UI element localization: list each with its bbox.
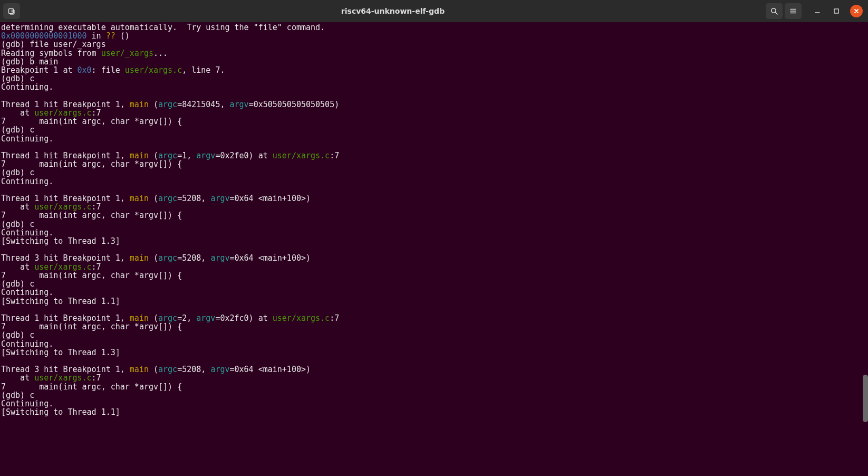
terminal-line: (gdb) c [1,74,867,83]
terminal-text: argv [196,151,215,160]
terminal-line: at user/xargs.c:7 [1,109,867,117]
terminal-line: [Switching to Thread 1.3] [1,237,867,245]
terminal-line: 7 main(int argc, char *argv[]) { [1,322,867,331]
terminal-line: [Switching to Thread 1.3] [1,348,867,357]
terminal-text: argv [210,253,229,263]
new-tab-button[interactable] [3,3,20,19]
terminal-text: [Switching to Thread 1.3] [1,236,120,246]
terminal-text: () [115,31,130,41]
hamburger-icon [789,7,797,15]
terminal-text: , line 7. [182,65,225,75]
terminal-text: [Switching to Thread 1.1] [1,297,120,306]
terminal-text: user/xargs.c [125,65,182,75]
terminal-text: argc [158,100,177,109]
terminal-text: ( [149,365,158,374]
close-button[interactable] [850,5,863,17]
terminal-line: Thread 1 hit Breakpoint 1, main (argc=2,… [1,314,867,322]
terminal-text: ( [149,100,158,109]
close-icon [853,8,860,14]
window-title: riscv64-unknown-elf-gdb [22,7,764,15]
terminal-line: at user/xargs.c:7 [1,203,867,211]
terminal-text: Continuing. [1,82,53,92]
terminal-line: (gdb) c [1,391,867,399]
terminal-text: =0x64 <main+100>) [230,253,311,263]
terminal-text: ?? [106,31,115,41]
terminal-text: argc [158,194,177,203]
terminal-text: =84215045, [177,100,229,109]
terminal-text: :7 [330,151,339,160]
terminal-text: argv [230,100,249,109]
terminal-text: =5208, [177,194,210,203]
terminal-text: =5208, [177,253,210,263]
terminal-text: ( [149,194,158,203]
terminal-text: :7 [330,313,339,323]
terminal-line [1,186,867,194]
new-tab-icon [7,7,16,15]
terminal-line [1,245,867,254]
terminal-line [1,92,867,100]
terminal-text: argv [210,194,229,203]
terminal-text: Continuing. [1,177,53,186]
terminal-text: user/xargs.c [273,313,330,323]
terminal-line: Continuing. [1,135,867,143]
terminal-line [1,143,867,151]
terminal-line: 7 main(int argc, char *argv[]) { [1,271,867,280]
terminal-text: main [130,194,149,203]
terminal-text: =0x2fc0) at [215,313,272,323]
terminal-line: Thread 3 hit Breakpoint 1, main (argc=52… [1,365,867,374]
terminal-text: [Switching to Thread 1.3] [1,348,120,357]
terminal-line: 7 main(int argc, char *argv[]) { [1,383,867,391]
terminal-text: ( [149,253,158,263]
terminal-text: =0x2fe0) at [215,151,272,160]
search-icon [770,7,778,15]
terminal-line: 7 main(int argc, char *argv[]) { [1,160,867,168]
terminal-line: Continuing. [1,177,867,186]
terminal-text: argv [196,313,215,323]
terminal-text: : file [92,65,125,75]
terminal-line: Continuing. [1,340,867,348]
maximize-icon [833,8,840,14]
maximize-button[interactable] [828,3,845,19]
terminal-line: [Switching to Thread 1.1] [1,297,867,306]
terminal-text: 0x0 [78,65,92,75]
minimize-icon [814,7,821,15]
terminal-text: ... [153,49,168,58]
terminal-text: =0x64 <main+100>) [230,365,311,374]
terminal-line: at user/xargs.c:7 [1,263,867,271]
hamburger-menu-button[interactable] [785,3,802,19]
terminal-text: Continuing. [1,134,53,144]
terminal-line [1,416,867,425]
terminal-line: (gdb) c [1,220,867,229]
terminal-text: argc [158,253,177,263]
scrollbar-thumb[interactable] [863,375,868,422]
terminal-text: main [130,253,149,263]
terminal-line: 0x0000000000001000 in ?? () [1,32,867,40]
terminal-output[interactable]: determining executable automatically. Tr… [0,22,868,425]
terminal-text: =5208, [177,365,210,374]
terminal-line: 7 main(int argc, char *argv[]) { [1,211,867,220]
search-button[interactable] [766,3,783,19]
terminal-line: (gdb) file user/_xargs [1,40,867,49]
terminal-line: (gdb) c [1,126,867,134]
terminal-line: [Switching to Thread 1.1] [1,408,867,416]
terminal-line: at user/xargs.c:7 [1,374,867,382]
terminal-text: [Switching to Thread 1.1] [1,407,120,417]
scrollbar[interactable] [862,22,868,476]
terminal-line: Continuing. [1,399,867,408]
terminal-line [1,306,867,314]
terminal-line: Breakpoint 1 at 0x0: file user/xargs.c, … [1,66,867,74]
terminal-text: =0x64 <main+100>) [230,194,311,203]
minimize-button[interactable] [809,3,826,19]
titlebar: riscv64-unknown-elf-gdb [0,0,868,22]
terminal-text: argc [158,365,177,374]
terminal-line: Continuing. [1,288,867,297]
terminal-line: Thread 3 hit Breakpoint 1, main (argc=52… [1,254,867,262]
terminal-line: (gdb) b main [1,58,867,66]
terminal-line: Thread 1 hit Breakpoint 1, main (argc=1,… [1,151,867,160]
terminal-line: Reading symbols from user/_xargs... [1,49,867,58]
terminal-text: argv [210,365,229,374]
terminal-text: main [130,100,149,109]
terminal-line: Thread 1 hit Breakpoint 1, main (argc=52… [1,194,867,203]
terminal-text: main [130,365,149,374]
terminal-text: =0x505050505050505) [249,100,340,109]
